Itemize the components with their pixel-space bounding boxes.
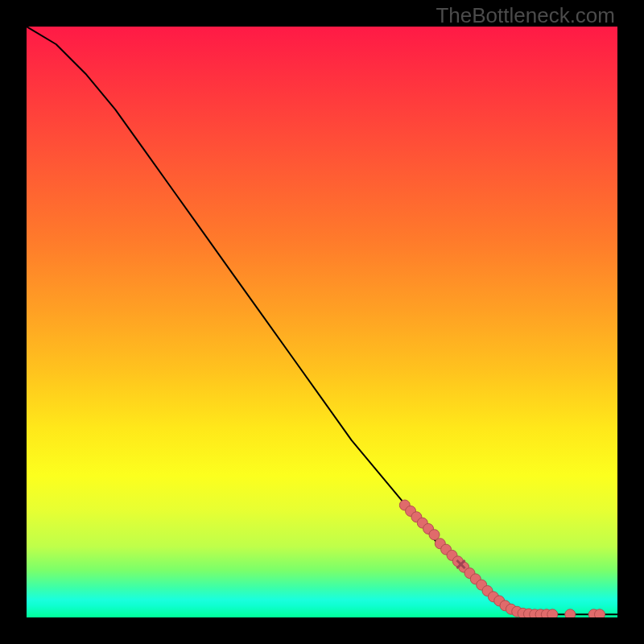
- highlight-dots: [399, 500, 605, 617]
- highlight-dot: [595, 609, 605, 617]
- plot-area: [27, 27, 617, 617]
- highlight-dot: [429, 530, 440, 540]
- chart-svg: [27, 27, 617, 617]
- bottleneck-curve: [27, 27, 617, 614]
- chart-frame: TheBottleneck.com: [0, 0, 644, 644]
- watermark-text: TheBottleneck.com: [436, 3, 615, 28]
- highlight-dot: [565, 609, 576, 617]
- highlight-dot: [547, 609, 558, 617]
